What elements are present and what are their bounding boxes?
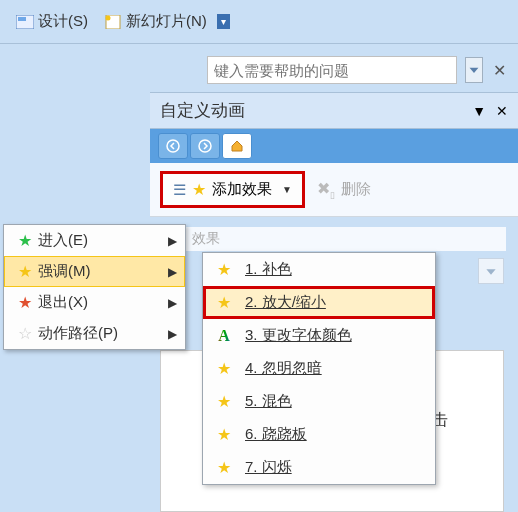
star-icon: ★ <box>213 359 235 378</box>
modify-select[interactable] <box>478 258 504 284</box>
nav-row <box>150 129 518 163</box>
flyout-label-2: 2. 放大/缩小 <box>245 293 326 312</box>
star-icon: ★ <box>12 293 38 312</box>
flyout-item-2[interactable]: ★ 2. 放大/缩小 <box>203 286 435 319</box>
new-slide-button[interactable]: 新幻灯片(N) <box>98 8 213 35</box>
star-icon: ★ <box>192 180 206 199</box>
submenu-emphasis-label: 强调(M) <box>38 262 168 281</box>
add-effect-label: 添加效果 <box>212 180 272 199</box>
flyout-item-5[interactable]: ★ 5. 混色 <box>203 385 435 418</box>
chevron-right-icon: ▶ <box>168 296 177 310</box>
submenu-exit-label: 退出(X) <box>38 293 168 312</box>
chevron-right-icon: ▶ <box>168 327 177 341</box>
submenu-enter[interactable]: ★ 进入(E) ▶ <box>4 225 185 256</box>
pane-title-bar: 自定义动画 ▼ ✕ <box>150 92 518 129</box>
svg-rect-1 <box>18 17 26 21</box>
command-row: ☰ ★ 添加效果 ▼ ✖▯ 删除 <box>150 163 518 217</box>
star-icon: ★ <box>12 262 38 281</box>
star-icon: ☆ <box>12 324 38 343</box>
pane-close-icon[interactable]: ✕ <box>496 103 508 119</box>
delete-icon: ✖▯ <box>317 179 335 200</box>
flyout-label-6: 6. 跷跷板 <box>245 425 307 444</box>
design-label: 设计(S) <box>38 12 88 31</box>
delete-label: 删除 <box>341 180 371 199</box>
submenu-emphasis[interactable]: ★ 强调(M) ▶ <box>4 256 185 287</box>
top-toolbar: 设计(S) 新幻灯片(N) ▾ <box>0 0 518 44</box>
flyout-label-3: 3. 更改字体颜色 <box>245 326 352 345</box>
help-dropdown-button[interactable] <box>465 57 483 83</box>
star-icon: ★ <box>12 231 38 250</box>
flyout-item-4[interactable]: ★ 4. 忽明忽暗 <box>203 352 435 385</box>
svg-point-3 <box>106 15 111 20</box>
flyout-item-6[interactable]: ★ 6. 跷跷板 <box>203 418 435 451</box>
star-icon: ★ <box>213 425 235 444</box>
toolbar-overflow-icon[interactable]: ▾ <box>217 14 230 29</box>
bars-icon: ☰ <box>173 181 186 199</box>
flyout-item-7[interactable]: ★ 7. 闪烁 <box>203 451 435 484</box>
nav-home-button[interactable] <box>222 133 252 159</box>
star-icon: ★ <box>213 392 235 411</box>
flyout-label-4: 4. 忽明忽暗 <box>245 359 322 378</box>
modify-row: 效果 <box>186 227 506 251</box>
nav-forward-button[interactable] <box>190 133 220 159</box>
submenu-enter-label: 进入(E) <box>38 231 168 250</box>
pane-menu-icon[interactable]: ▼ <box>472 103 486 119</box>
submenu-exit[interactable]: ★ 退出(X) ▶ <box>4 287 185 318</box>
chevron-right-icon: ▶ <box>168 265 177 279</box>
star-icon: ★ <box>213 260 235 279</box>
chevron-right-icon: ▶ <box>168 234 177 248</box>
effect-category-menu: ★ 进入(E) ▶ ★ 强调(M) ▶ ★ 退出(X) ▶ ☆ 动作路径(P) … <box>3 224 186 350</box>
emphasis-flyout: ★ 1. 补色 ★ 2. 放大/缩小 A 3. 更改字体颜色 ★ 4. 忽明忽暗… <box>202 252 436 485</box>
font-color-icon: A <box>213 327 235 345</box>
help-input[interactable] <box>207 56 457 84</box>
flyout-label-5: 5. 混色 <box>245 392 292 411</box>
help-close-icon[interactable]: ✕ <box>491 59 508 82</box>
design-button[interactable]: 设计(S) <box>10 8 94 35</box>
flyout-label-7: 7. 闪烁 <box>245 458 292 477</box>
design-icon <box>16 15 34 29</box>
add-effect-button[interactable]: ☰ ★ 添加效果 ▼ <box>160 171 305 208</box>
star-icon: ★ <box>213 293 235 312</box>
new-slide-label: 新幻灯片(N) <box>126 12 207 31</box>
delete-button: ✖▯ 删除 <box>317 179 371 200</box>
svg-point-4 <box>167 140 179 152</box>
svg-point-5 <box>199 140 211 152</box>
submenu-path[interactable]: ☆ 动作路径(P) ▶ <box>4 318 185 349</box>
help-row: ✕ <box>0 44 518 92</box>
flyout-item-1[interactable]: ★ 1. 补色 <box>203 253 435 286</box>
nav-back-button[interactable] <box>158 133 188 159</box>
flyout-label-1: 1. 补色 <box>245 260 292 279</box>
pane-title: 自定义动画 <box>160 99 245 122</box>
submenu-path-label: 动作路径(P) <box>38 324 168 343</box>
chevron-down-icon: ▼ <box>282 184 292 195</box>
star-icon: ★ <box>213 458 235 477</box>
new-slide-icon <box>104 15 122 29</box>
flyout-item-3[interactable]: A 3. 更改字体颜色 <box>203 319 435 352</box>
